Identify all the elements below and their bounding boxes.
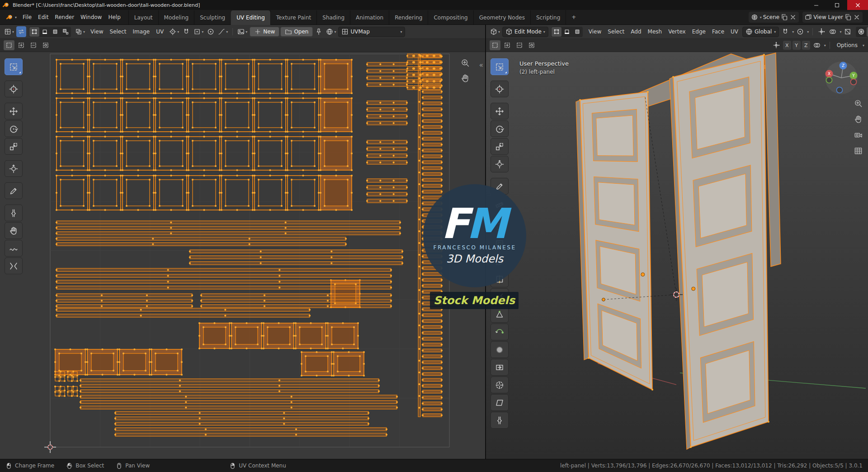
tool-rotate[interactable] [5,120,23,137]
tool-rip[interactable] [491,412,509,429]
proportional-toggle[interactable] [795,26,805,37]
axis-y-toggle[interactable]: Y [793,41,801,50]
close-button[interactable] [847,0,868,10]
image-pin-toggle[interactable] [314,26,324,37]
app-menu-button[interactable]: ▾ [4,11,19,23]
uv-canvas[interactable]: « [0,52,485,459]
tool-transform[interactable] [491,156,509,172]
tool-grab[interactable] [5,222,23,239]
unlink-scene-icon[interactable] [789,14,797,21]
workspace-tab-modeling[interactable]: Modeling [158,10,194,25]
tool-annotate[interactable] [491,178,509,195]
axis-z-toggle[interactable]: Z [802,41,810,50]
tool-annotate[interactable] [5,182,23,199]
axis-x-toggle[interactable]: X [783,41,791,50]
tool-polybuild[interactable] [491,306,509,323]
tool-bevel[interactable] [491,253,509,270]
tool-inset[interactable] [491,235,509,252]
new-scene-icon[interactable] [781,14,788,21]
tool-measure[interactable] [491,195,509,212]
workspace-tab-animation[interactable]: Animation [350,10,389,25]
tool-move[interactable] [491,103,509,119]
workspace-tab-rendering[interactable]: Rendering [389,10,428,25]
vp-menu-uv[interactable]: UV [727,26,741,37]
workspace-tab-sculpting[interactable]: Sculpting [194,10,231,25]
mode-selector[interactable]: Edit Mode ▾ [502,27,548,37]
new-image-button[interactable]: New [250,27,279,37]
xray-toggle[interactable] [843,26,853,37]
tool-pinch[interactable] [5,257,23,274]
select-subtract-button[interactable] [28,40,39,50]
uv-menu-view[interactable]: View [87,26,106,37]
vertex-select-button[interactable] [552,27,561,37]
viewport-canvas[interactable]: ZYX User Perspective (2) left-panel [486,52,868,459]
viewport-ortho-grid-icon[interactable] [854,147,863,155]
menu-render[interactable]: Render [52,12,77,23]
tool-shear[interactable] [491,394,509,411]
show-gizmo-toggle[interactable] [816,26,826,37]
tool-cursor[interactable] [5,81,23,97]
browse-image-dropdown[interactable]: ▾ [236,26,249,37]
vp-menu-add[interactable]: Add [627,26,644,37]
uv-map-selector[interactable]: UVMap ▾ [338,27,405,37]
tool-knife[interactable] [491,288,509,305]
uv-menu-select[interactable]: Select [107,26,130,37]
wireframe-shading-button[interactable] [856,27,866,37]
minimize-button[interactable] [806,0,826,10]
uv-proportional-toggle[interactable] [206,26,216,37]
uv-face-mode-button[interactable] [50,27,60,37]
show-overlays-toggle[interactable] [828,26,838,37]
open-image-button[interactable]: Open [280,27,313,37]
tool-loopcut[interactable] [491,271,509,287]
vp-menu-vertex[interactable]: Vertex [665,26,689,37]
add-workspace-button[interactable]: + [566,10,581,24]
tool-spin[interactable] [491,324,509,340]
uv-menu-image[interactable]: Image [130,26,153,37]
view-layer-selector[interactable]: View Layer [802,12,863,23]
select-extend-button[interactable] [16,40,27,50]
maximize-button[interactable] [826,0,847,10]
select-new-button[interactable] [490,40,500,50]
tool-scale[interactable] [491,138,509,155]
viewport-camera-icon[interactable] [854,131,863,139]
scene-selector[interactable]: ▾ Scene [749,12,799,23]
new-layer-icon[interactable] [844,14,852,21]
vp-menu-mesh[interactable]: Mesh [645,26,665,37]
select-subtract-button[interactable] [514,40,525,50]
vp-menu-face[interactable]: Face [709,26,727,37]
uv-sidebar-collapse[interactable]: « [479,61,483,69]
uv-snap-target-dropdown[interactable]: ▾ [192,26,205,37]
tool-shrink[interactable] [491,377,509,393]
uv-menu-uv[interactable]: UV [153,26,167,37]
pan-hand-icon[interactable] [461,74,470,83]
vp-menu-edge[interactable]: Edge [689,26,709,37]
snap-toggle[interactable] [780,26,790,37]
face-select-button[interactable] [572,27,582,37]
tool-rotate[interactable] [491,120,509,137]
options-dropdown[interactable]: Options [834,40,861,51]
tool-edgeslide[interactable] [491,359,509,376]
menu-file[interactable]: File [19,12,35,23]
tool-rip[interactable] [5,205,23,221]
vp-menu-select[interactable]: Select [604,26,627,37]
display-channels-dropdown[interactable]: ▾ [325,26,337,37]
select-intersect-button[interactable] [40,40,51,50]
menu-help[interactable]: Help [105,12,123,23]
workspace-tab-geometry-nodes[interactable]: Geometry Nodes [473,10,530,25]
menu-window[interactable]: Window [77,12,105,23]
uv-pivot-dropdown[interactable]: ▾ [168,26,180,37]
editor-type-button[interactable]: ▾ [489,26,501,37]
tool-transform[interactable] [5,160,23,177]
tool-relax[interactable] [5,240,23,257]
viewport-zoom-icon[interactable] [854,99,863,108]
tool-move[interactable] [5,103,23,119]
tool-extrude[interactable] [491,218,509,234]
uv-falloff-dropdown[interactable]: ▾ [217,26,229,37]
remove-layer-icon[interactable] [853,14,860,21]
workspace-tab-scripting[interactable]: Scripting [530,10,566,25]
edge-select-button[interactable] [562,27,572,37]
orientation-selector[interactable]: Global ▾ [742,27,779,37]
workspace-tab-uv-editing[interactable]: UV Editing [231,10,270,25]
tool-smooth[interactable] [491,341,509,358]
tool-scale[interactable] [5,138,23,155]
